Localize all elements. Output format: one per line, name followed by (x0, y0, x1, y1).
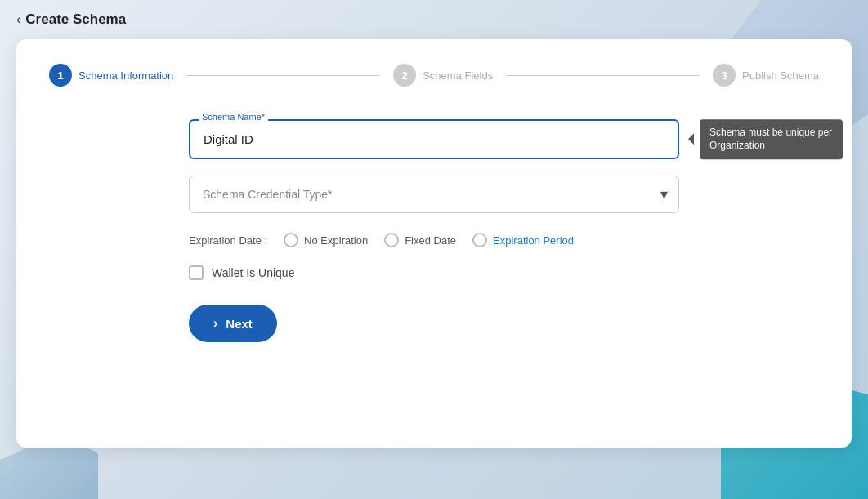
step-2: 2 Schema Fields (393, 64, 493, 87)
schema-name-field-group: Schema Name* Schema must be unique per O… (189, 119, 679, 159)
back-button[interactable]: ‹ Create Schema (16, 11, 126, 28)
credential-type-select[interactable]: Schema Credential Type* (189, 176, 679, 213)
page-title: Create Schema (25, 11, 126, 28)
step-line-1 (186, 75, 380, 76)
radio-no-expiration-label: No Expiration (304, 234, 368, 247)
stepper: 1 Schema Information 2 Schema Fields 3 P… (49, 64, 819, 87)
tooltip-box: Schema must be unique per Organization (700, 119, 843, 160)
schema-name-label: Schema Name* (199, 112, 268, 122)
wallet-unique-label: Wallet Is Unique (212, 266, 294, 279)
step-3-label: Publish Schema (742, 69, 819, 82)
step-2-label: Schema Fields (423, 69, 493, 82)
back-arrow-icon: ‹ (16, 12, 20, 27)
radio-fixed-date-label: Fixed Date (405, 234, 456, 247)
main-card: 1 Schema Information 2 Schema Fields 3 P… (16, 39, 852, 448)
step-3-circle: 3 (713, 64, 736, 87)
expiration-date-label: Expiration Date : (189, 234, 267, 247)
wallet-unique-row: Wallet Is Unique (189, 265, 679, 280)
next-arrow-icon: › (213, 316, 217, 331)
wallet-unique-checkbox[interactable] (189, 265, 204, 280)
schema-name-input[interactable] (189, 119, 679, 159)
step-1: 1 Schema Information (49, 64, 173, 87)
header: ‹ Create Schema (0, 0, 868, 39)
step-1-label: Schema Information (78, 69, 173, 82)
step-line-2 (506, 75, 700, 76)
expiration-row: Expiration Date : No Expiration Fixed Da… (189, 233, 679, 247)
radio-no-expiration-circle (284, 233, 298, 247)
radio-fixed-date[interactable]: Fixed Date (384, 233, 456, 247)
radio-no-expiration[interactable]: No Expiration (284, 233, 368, 247)
form-area: Schema Name* Schema must be unique per O… (189, 119, 679, 342)
radio-expiration-period-circle (472, 233, 487, 247)
next-button-label: Next (226, 317, 253, 331)
radio-expiration-period[interactable]: Expiration Period (472, 233, 574, 247)
step-2-circle: 2 (393, 64, 416, 87)
step-1-circle: 1 (49, 64, 72, 87)
radio-fixed-date-circle (384, 233, 399, 247)
credential-type-wrapper: Schema Credential Type* ▾ // Set placeho… (189, 176, 679, 213)
radio-expiration-period-label: Expiration Period (493, 234, 574, 247)
step-3: 3 Publish Schema (713, 64, 819, 87)
next-button[interactable]: › Next (189, 305, 277, 342)
